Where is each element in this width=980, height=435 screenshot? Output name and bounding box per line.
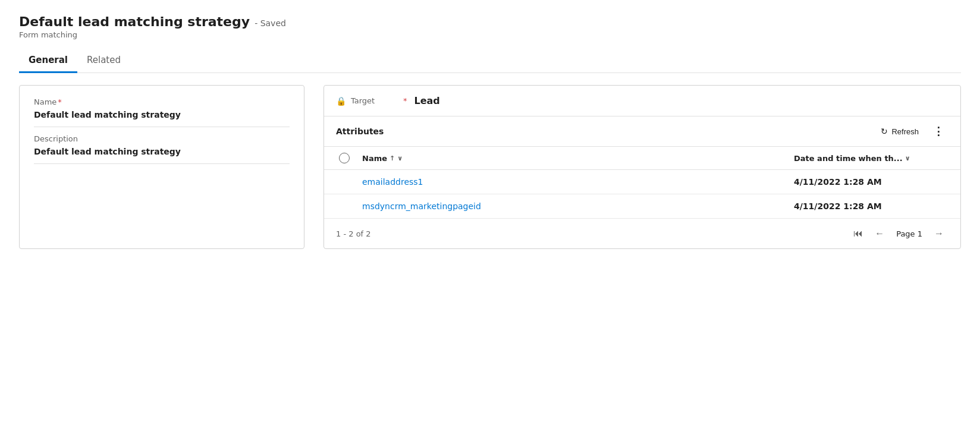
name-label: Name* bbox=[34, 97, 290, 106]
page-title: Default lead matching strategy bbox=[19, 14, 250, 29]
description-value: Default lead matching strategy bbox=[34, 147, 290, 156]
table-header-row: Name ↑ ∨ Date and time when th... ∨ bbox=[324, 147, 960, 170]
more-icon: ⋮ bbox=[933, 125, 944, 137]
row1-date: 4/11/2022 1:28 AM bbox=[794, 177, 948, 187]
select-all-checkbox[interactable] bbox=[339, 153, 350, 163]
prev-page-button[interactable]: ← bbox=[870, 226, 889, 241]
name-value: Default lead matching strategy bbox=[34, 110, 290, 119]
select-all-column bbox=[336, 153, 353, 163]
row1-name[interactable]: emailaddress1 bbox=[362, 177, 784, 187]
attributes-title: Attributes bbox=[336, 127, 871, 136]
pagination-bar: 1 - 2 of 2 ⏮ ← Page 1 → bbox=[324, 219, 960, 248]
refresh-button[interactable]: ↻ Refresh bbox=[876, 124, 924, 138]
main-content: Name* Default lead matching strategy Des… bbox=[19, 85, 961, 249]
pagination-count: 1 - 2 of 2 bbox=[336, 229, 371, 238]
next-page-button[interactable]: → bbox=[929, 226, 948, 241]
page-label: Page 1 bbox=[891, 229, 927, 238]
more-options-button[interactable]: ⋮ bbox=[928, 124, 948, 139]
row2-date: 4/11/2022 1:28 AM bbox=[794, 201, 948, 211]
name-required: * bbox=[58, 97, 62, 106]
page-subtitle: Form matching bbox=[19, 30, 961, 39]
name-column-header[interactable]: Name ↑ ∨ bbox=[362, 154, 784, 163]
page-saved-label: - Saved bbox=[255, 18, 286, 28]
pagination-controls: ⏮ ← Page 1 → bbox=[849, 226, 948, 241]
target-value: Lead bbox=[414, 95, 440, 106]
table-row: msdyncrm_marketingpageid 4/11/2022 1:28 … bbox=[324, 194, 960, 219]
date-column-header[interactable]: Date and time when th... ∨ bbox=[794, 154, 948, 163]
target-required: * bbox=[403, 96, 407, 105]
left-form-panel: Name* Default lead matching strategy Des… bbox=[19, 85, 304, 249]
table-row: emailaddress1 4/11/2022 1:28 AM bbox=[324, 170, 960, 194]
row2-name[interactable]: msdyncrm_marketingpageid bbox=[362, 201, 784, 211]
attributes-header: Attributes ↻ Refresh ⋮ bbox=[324, 116, 960, 147]
first-page-button[interactable]: ⏮ bbox=[849, 226, 868, 241]
refresh-icon: ↻ bbox=[881, 127, 888, 136]
description-label: Description bbox=[34, 134, 290, 143]
tab-general[interactable]: General bbox=[19, 49, 77, 73]
sort-asc-icon: ↑ bbox=[390, 155, 395, 162]
sort-desc-icon: ∨ bbox=[397, 155, 403, 162]
target-label: Target bbox=[351, 96, 398, 105]
tab-related[interactable]: Related bbox=[77, 49, 130, 73]
date-sort-icon: ∨ bbox=[905, 155, 910, 162]
description-divider bbox=[34, 163, 290, 164]
lock-icon: 🔒 bbox=[336, 96, 346, 106]
name-divider bbox=[34, 127, 290, 127]
target-row: 🔒 Target * Lead bbox=[324, 86, 960, 116]
page-header: Default lead matching strategy - Saved F… bbox=[19, 14, 961, 39]
refresh-label: Refresh bbox=[891, 127, 919, 136]
tab-bar: General Related bbox=[19, 49, 961, 73]
right-attributes-panel: 🔒 Target * Lead Attributes ↻ Refresh ⋮ N… bbox=[323, 85, 961, 249]
